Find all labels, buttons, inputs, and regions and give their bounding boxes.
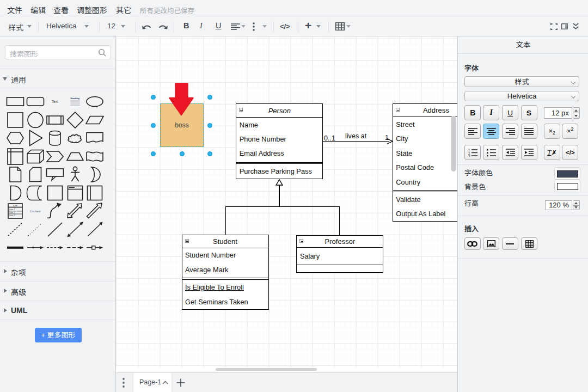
svg-text:3: 3 — [468, 154, 470, 157]
svg-text:List Item: List Item — [30, 210, 40, 213]
svg-text:Item 3: Item 3 — [9, 214, 15, 217]
svg-text:Heading: Heading — [70, 97, 79, 100]
svg-text:List: List — [13, 204, 17, 207]
svg-text:Text: Text — [52, 100, 58, 103]
